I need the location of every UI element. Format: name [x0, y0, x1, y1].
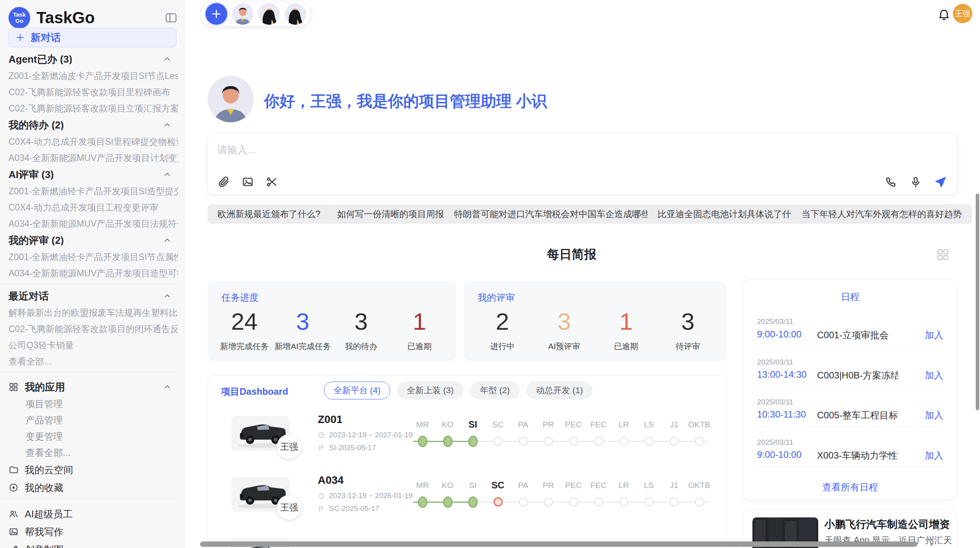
sidebar-item-project-mgmt[interactable]: 项目管理	[26, 399, 185, 409]
notification-bell-icon[interactable]	[937, 8, 951, 21]
tab-new-platform[interactable]: 全新平台 (4)	[324, 382, 390, 399]
my-apps-label: 我的应用	[25, 380, 65, 394]
section-agent-done[interactable]: Agent已办 (3)	[9, 54, 176, 64]
vertical-scrollbar[interactable]	[976, 194, 979, 410]
sidebar-item-creative-draw[interactable]: 创意制图	[9, 544, 176, 548]
chevron-up-icon[interactable]	[163, 236, 172, 245]
project-code[interactable]: Z001	[318, 413, 343, 426]
section-recent-chats[interactable]: 最近对话	[9, 291, 176, 301]
scroll-down-icon[interactable]	[934, 526, 944, 533]
chevron-up-icon[interactable]	[163, 170, 172, 179]
view-all-apps[interactable]: 查看全部...	[26, 448, 185, 457]
sidebar-item-cloud-space[interactable]: 我的云空间	[9, 464, 176, 475]
sidebar-list: Agent已办 (3) Z001-全新燃油皮卡产品开发项目SI节点Lesson …	[0, 47, 185, 548]
app-logo: Task Go	[9, 7, 30, 29]
section-my-todo[interactable]: 我的待办 (2)	[9, 120, 176, 130]
event-time: 9:00-10:00	[757, 329, 802, 340]
divider	[756, 345, 945, 345]
milestone-dot	[493, 437, 503, 446]
schedule-title: 日程	[743, 291, 957, 303]
milestone-dot	[695, 497, 704, 507]
join-button[interactable]: 加入	[925, 449, 943, 462]
phone-icon[interactable]	[883, 174, 899, 190]
join-button[interactable]: 加入	[925, 329, 943, 341]
mic-icon[interactable]	[908, 174, 924, 190]
milestone-dot	[644, 437, 654, 446]
layout-grid-icon[interactable]	[936, 248, 950, 262]
section-my-review[interactable]: 我的评审 (2)	[9, 235, 176, 245]
join-button[interactable]: 加入	[925, 369, 943, 382]
chevron-up-icon[interactable]	[163, 55, 172, 64]
session-switcher	[200, 1, 311, 27]
tab-new-body[interactable]: 全新上装 (3)	[397, 382, 463, 399]
list-item[interactable]: A034-全新新能源MUV产品开发项目造型可行性评审	[9, 269, 178, 278]
list-item[interactable]: C0X4-动力总成开发项目工程变更评审	[9, 203, 178, 212]
sidebar-item-ai-staff[interactable]: AI超级员工	[9, 509, 176, 519]
milestone-dot	[670, 497, 679, 507]
new-chat-button[interactable]: 新对话	[9, 28, 176, 47]
user-avatar[interactable]: 王强	[953, 4, 972, 23]
chat-input[interactable]	[216, 140, 837, 159]
sidebar-item-my-apps[interactable]: 我的应用	[9, 382, 176, 392]
section-ai-review[interactable]: AI评审 (3)	[9, 170, 176, 180]
list-item[interactable]: Z001-全新燃油轻卡产品开发项目SI造型提交物评审	[9, 187, 178, 196]
list-item[interactable]: Z001-全新燃油轻卡产品开发项目SI节点属性5D文件评审	[9, 252, 178, 262]
daily-brief-title: 每日简报	[185, 246, 959, 263]
list-item[interactable]: Z001-全新燃油皮卡产品开发项目SI节点Lesson Learn报告	[9, 71, 178, 80]
divider	[756, 385, 945, 386]
list-item[interactable]: C02-飞腾新能源轻客改款项目里程碑画布	[9, 87, 178, 97]
ai-staff-label: AI超级员工	[25, 508, 73, 521]
join-button[interactable]: 加入	[925, 409, 943, 421]
tab-powertrain[interactable]: 动总开发 (1)	[526, 382, 593, 399]
suggestion-chip[interactable]: 比亚迪全固态电池计划具体说了什么	[648, 204, 810, 224]
tab-year-model[interactable]: 年型 (2)	[470, 382, 519, 399]
schedule-card: 日程 2025/03/11 9:00-10:00 C001-立项审批会 加入 2…	[743, 279, 958, 500]
event-title: C005-整车工程目标评审	[817, 409, 898, 421]
suggestion-chip[interactable]: 特朗普可能对进口汽车增税会对中国车企造成哪些影响	[444, 204, 678, 224]
sidebar-item-change-mgmt[interactable]: 变更管理	[26, 432, 185, 441]
snip-icon[interactable]	[264, 174, 280, 190]
pen-icon	[9, 545, 19, 548]
attachment-icon[interactable]	[216, 174, 232, 190]
list-item[interactable]: C0X4-动力总成开发项目SI里程碑提交物检查	[9, 137, 178, 146]
scroll-right-icon[interactable]	[927, 541, 937, 548]
card-title: 任务进度	[221, 291, 259, 304]
chevron-up-icon[interactable]	[163, 382, 172, 392]
sidebar-collapse-icon[interactable]	[164, 11, 178, 25]
milestone-dot	[418, 497, 427, 508]
milestone-dot	[619, 437, 629, 446]
milestone-dot	[544, 437, 553, 446]
logo-text-bottom: Go	[15, 18, 24, 24]
chevron-up-icon[interactable]	[163, 291, 172, 301]
suggestion-chip[interactable]: 如何写一份清晰的项目周报	[327, 204, 454, 224]
send-icon[interactable]	[932, 174, 949, 190]
list-item[interactable]: 公司Q3轻卡销量	[9, 341, 178, 350]
list-item[interactable]: 解释最新出台的欧盟报废车法规再生塑料比例被调至15%...	[9, 308, 178, 317]
horizontal-scrollbar[interactable]	[200, 541, 917, 547]
sidebar-item-favorites[interactable]: 我的收藏	[9, 482, 176, 493]
list-item[interactable]: A034-全新新能源MUV产品开发项目法规符合性评审	[9, 219, 178, 228]
list-item[interactable]: C02-飞腾新能源轻客改款项目立项汇报方案	[9, 104, 178, 113]
avatar[interactable]	[258, 3, 280, 25]
view-all-chats[interactable]: 查看全部...	[9, 357, 178, 366]
event-date: 2025/03/11	[757, 317, 793, 326]
event-title: X003-车辆动力学性能验...	[817, 449, 898, 462]
view-all-schedule[interactable]: 查看所有日程	[743, 481, 957, 493]
sidebar-item-help-write[interactable]: 帮我写作	[9, 526, 176, 537]
list-item[interactable]: A034-全新新能源MUV产品开发项目计划变更表编写	[9, 153, 178, 163]
milestone-dot	[569, 497, 578, 507]
avatar[interactable]	[284, 3, 306, 25]
suggestion-chip[interactable]: 欧洲新规最近颁布了什么?	[207, 204, 331, 224]
sidebar-item-product-mgmt[interactable]: 产品管理	[26, 416, 185, 425]
chevron-up-icon[interactable]	[163, 120, 172, 130]
milestone-strip: MR KO SI SC PA PR PEC FEC LR LS J1 OKTB	[410, 419, 712, 447]
insert-image-icon[interactable]	[240, 174, 256, 190]
new-session-button[interactable]	[206, 3, 227, 25]
milestone-dot-alert	[493, 497, 503, 507]
list-item[interactable]: C02-飞腾新能源轻客改款项目的闭环通告反馈情况	[9, 324, 178, 334]
project-code[interactable]: A034	[318, 474, 344, 486]
milestone-dot	[544, 497, 553, 507]
avatar[interactable]	[232, 3, 254, 25]
help-write-label: 帮我写作	[25, 526, 63, 538]
suggestion-chip[interactable]: 当下年轻人对汽车外观有怎样的喜好趋势	[792, 204, 972, 224]
